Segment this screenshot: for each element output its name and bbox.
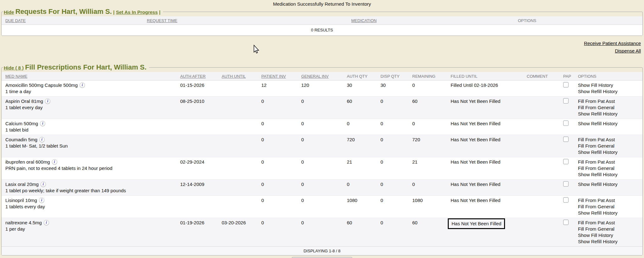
- info-icon[interactable]: i: [52, 159, 57, 165]
- pap-checkbox[interactable]: [563, 82, 569, 87]
- info-icon[interactable]: i: [40, 121, 45, 126]
- column-header-label[interactable]: MED NAME: [5, 74, 27, 79]
- general-inv-cell: 0: [298, 97, 344, 119]
- info-icon[interactable]: i: [41, 182, 46, 187]
- auth-until-cell: [219, 157, 258, 179]
- pap-cell: [560, 81, 575, 96]
- rx-option-link[interactable]: Show Fill History: [578, 82, 642, 88]
- info-icon[interactable]: i: [39, 137, 45, 142]
- rx-option-link[interactable]: Fill From General: [578, 165, 642, 171]
- auth-after-cell: 01-15-2026: [177, 81, 219, 96]
- med-name: Lisinopril 10mg: [5, 198, 37, 203]
- sig-text: 1 time a day: [5, 88, 177, 95]
- pap-cell: [560, 119, 575, 135]
- options-cell: Fill From Pat AsstFill From GeneralShow …: [575, 135, 642, 157]
- receive-patient-assistance-link[interactable]: Receive Patient Assistance: [584, 40, 641, 47]
- filled-until-status: Has Not Yet Been Filled: [448, 218, 505, 229]
- column-header-label: PAP: [563, 74, 571, 79]
- rx-option-link[interactable]: Show Refill History: [578, 111, 642, 117]
- general-inv-cell: 0: [298, 196, 344, 218]
- rx-option-link[interactable]: Fill From General: [578, 226, 642, 232]
- options-cell: Fill From Pat AsstFill From GeneralShow …: [575, 97, 642, 119]
- rx-option-link[interactable]: Show Refill History: [578, 121, 642, 127]
- pap-cell: [560, 97, 575, 119]
- rx-option-link[interactable]: Show Refill History: [578, 181, 642, 188]
- pap-checkbox[interactable]: [563, 121, 569, 126]
- rx-option-link[interactable]: Show Refill History: [578, 210, 642, 216]
- column-header-label[interactable]: AUTH AFTER: [180, 74, 206, 79]
- column-header-label[interactable]: REQUEST TIME: [147, 18, 177, 23]
- rx-option-link[interactable]: Show Refill History: [578, 238, 642, 245]
- prescriptions-hide-link[interactable]: Hide ( 8 ): [4, 65, 24, 70]
- auth-after-cell: [177, 135, 219, 157]
- rx-option-link[interactable]: Show Fill History: [578, 232, 642, 238]
- patient-inv-cell: 0: [258, 97, 298, 119]
- filled-until-cell: Filled Until 02-18-2026: [447, 81, 524, 96]
- info-icon[interactable]: i: [39, 198, 44, 203]
- auth-until-cell: [219, 135, 258, 157]
- filled-until-cell: Has Not Yet Been Filled: [447, 97, 524, 119]
- sig-text: 1 tablets every day: [5, 204, 177, 210]
- general-inv-cell: 0: [298, 119, 344, 135]
- column-header: AUTH AFTER: [177, 72, 219, 80]
- column-header: OPTIONS: [514, 16, 642, 25]
- sig-text: 1 tablet every day: [5, 104, 177, 111]
- column-header-label[interactable]: GENERAL INV: [301, 74, 329, 79]
- med-name-cell: Lasix oral 20mgi1 tablet po weekly; take…: [2, 180, 177, 195]
- filled-until-status: Has Not Yet Been Filled: [451, 137, 500, 142]
- filled-until-cell: Has Not Yet Been Filled: [447, 119, 524, 135]
- info-icon[interactable]: i: [80, 82, 85, 88]
- auth-until-cell: [219, 81, 258, 96]
- column-header-label[interactable]: PATIENT INV: [261, 74, 286, 79]
- column-header: REQUEST TIME: [143, 16, 347, 25]
- patient-inv-cell: 12: [258, 81, 298, 96]
- comment-cell: [524, 157, 560, 179]
- requests-section: Hide Requests For Hart, William S. | Set…: [1, 7, 643, 36]
- info-icon[interactable]: i: [45, 98, 50, 104]
- comment-cell: [524, 180, 560, 195]
- rx-option-link[interactable]: Fill From Pat Asst: [578, 159, 642, 165]
- pap-checkbox[interactable]: [563, 137, 569, 142]
- options-cell: Fill From Pat AsstFill From GeneralShow …: [575, 218, 642, 246]
- rx-option-link[interactable]: Show Refill History: [578, 88, 642, 95]
- disp-qty-cell: 0: [377, 180, 409, 195]
- dispense-all-link[interactable]: Dispense All: [615, 47, 641, 55]
- pap-checkbox[interactable]: [563, 98, 569, 104]
- page: Medication Successfully Returned To Inve…: [0, 0, 644, 258]
- rx-option-link[interactable]: Show Refill History: [578, 171, 642, 178]
- general-inv-cell: 120: [298, 81, 344, 96]
- rx-option-link[interactable]: Fill From Pat Asst: [578, 98, 642, 104]
- med-name: Coumadin 5mg: [5, 137, 37, 142]
- column-header-label: DISP QTY: [380, 74, 399, 79]
- column-header-label[interactable]: AUTH UNTIL: [222, 74, 246, 79]
- med-name-line: Amoxicillin 500mg Capsule 500mgi: [5, 82, 177, 88]
- pap-checkbox[interactable]: [563, 181, 569, 187]
- rx-option-link[interactable]: Show Refill History: [578, 149, 642, 155]
- rx-option-link[interactable]: Fill From Pat Asst: [578, 197, 642, 204]
- column-header-label[interactable]: DUE DATE: [5, 18, 26, 23]
- pap-checkbox[interactable]: [563, 159, 569, 164]
- info-icon[interactable]: i: [44, 220, 49, 225]
- requests-hide-link[interactable]: Hide: [4, 9, 14, 15]
- rx-option-link[interactable]: Fill From Pat Asst: [578, 220, 642, 226]
- table-row: Amoxicillin 500mg Capsule 500mgi1 time a…: [2, 81, 642, 97]
- table-row: Lisinopril 10mgi1 tablets every day00108…: [2, 196, 642, 218]
- column-header: DISP QTY: [377, 72, 409, 80]
- pap-checkbox[interactable]: [563, 220, 569, 225]
- med-name: Calcium 500mg: [5, 121, 38, 126]
- options-cell: Fill From Pat AsstFill From GeneralShow …: [575, 196, 642, 218]
- fill-prescriptions-section: Hide ( 8 ) Fill Prescriptions For Hart, …: [1, 63, 643, 255]
- rx-option-link[interactable]: Fill From Pat Asst: [578, 137, 642, 143]
- pap-cell: [560, 157, 575, 179]
- patient-inv-cell: 0: [258, 119, 298, 135]
- rx-option-link[interactable]: Fill From General: [578, 143, 642, 149]
- rx-option-link[interactable]: Fill From General: [578, 204, 642, 210]
- status-message: Medication Successfully Returned To Inve…: [0, 0, 644, 7]
- column-header: COMMENT: [524, 72, 560, 80]
- med-name: Aspirin Oral 81mg: [5, 98, 43, 104]
- column-header-label[interactable]: MEDICATION: [351, 18, 377, 23]
- rx-option-link[interactable]: Fill From General: [578, 104, 642, 111]
- pap-checkbox[interactable]: [563, 197, 569, 203]
- general-inv-cell: 0: [298, 218, 344, 246]
- set-as-in-progress-link[interactable]: Set As In Progress: [116, 9, 158, 15]
